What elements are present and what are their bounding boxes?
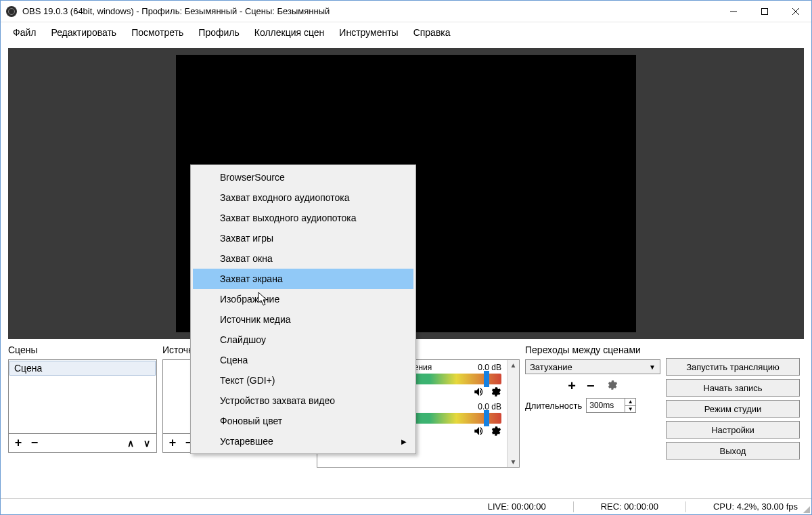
studio-mode-button[interactable]: Режим студии [666,400,800,418]
maximize-button[interactable] [749,1,780,22]
scenes-toolbar: + − ∧ ∨ [9,433,156,452]
menu-edit[interactable]: Редактировать [44,24,123,41]
minimize-button[interactable] [718,1,749,22]
transitions-panel: Переходы между сценами Затухание ▼ + − Д… [525,344,660,413]
obs-logo-icon [6,6,17,17]
mixer-scrollbar[interactable]: ▲ ▼ [507,360,519,467]
start-streaming-button[interactable]: Запустить трансляцию [666,358,800,376]
add-transition-button[interactable]: + [568,378,576,394]
status-separator [685,501,686,512]
title-bar: OBS 19.0.3 (64bit, windows) - Профиль: Б… [1,1,811,22]
transition-selected: Затухание [530,362,572,372]
menu-profile[interactable]: Профиль [191,24,246,41]
context-item-window-capture[interactable]: Захват окна [193,248,413,269]
svg-rect-1 [762,8,768,14]
mixer-channel-db: 0.0 dB [478,363,501,372]
context-item-color-source[interactable]: Фоновый цвет [193,411,413,431]
close-button[interactable] [780,1,811,22]
speaker-icon[interactable] [473,425,485,437]
context-item-game-capture[interactable]: Захват игры [193,228,413,248]
menu-tools[interactable]: Инструменты [332,24,405,41]
scenes-panel: Сцены Сцена + − ∧ ∨ [8,344,157,453]
mixer-channel-db: 0.0 dB [478,402,501,411]
resize-grip[interactable] [802,505,810,513]
window-controls [718,1,811,22]
scenes-list[interactable]: Сцена + − ∧ ∨ [8,359,157,453]
duration-spinner[interactable]: 300ms ▲ ▼ [586,398,636,413]
settings-button[interactable]: Настройки [666,421,800,439]
spin-down-icon[interactable]: ▼ [625,406,635,413]
move-scene-down-button[interactable]: ∨ [140,436,154,450]
menu-file[interactable]: Файл [6,24,43,41]
controls-panel: Запустить трансляцию Начать запись Режим… [666,344,800,463]
status-cpu: CPU: 4.2%, 30.00 fps [713,501,798,512]
status-live: LIVE: 00:00:00 [488,501,546,512]
transition-select[interactable]: Затухание ▼ [525,359,660,374]
add-source-context-menu: BrowserSource Захват входного аудиопоток… [190,164,416,454]
duration-label: Длительность [525,401,582,411]
window-title: OBS 19.0.3 (64bit, windows) - Профиль: Б… [22,6,718,16]
mouse-cursor-icon [258,292,269,309]
menu-bar: Файл Редактировать Посмотреть Профиль Ко… [1,22,811,43]
duration-value: 300ms [587,399,625,412]
exit-button[interactable]: Выход [666,442,800,460]
context-item-scene[interactable]: Сцена [193,350,413,370]
move-scene-up-button[interactable]: ∧ [124,436,137,450]
transitions-label: Переходы между сценами [525,344,660,357]
submenu-arrow-icon: ▶ [401,438,407,445]
context-item-label: Устаревшее [220,436,273,447]
speaker-icon[interactable] [473,386,485,398]
add-source-button[interactable]: + [166,436,179,450]
context-item-video-capture[interactable]: Устройство захвата видео [193,390,413,411]
context-item-image[interactable]: Изображение [193,289,413,309]
dropdown-icon: ▼ [649,363,656,371]
mixer-settings-button[interactable] [489,425,501,437]
add-scene-button[interactable]: + [12,436,25,450]
scenes-label: Сцены [8,344,157,357]
scene-item[interactable]: Сцена [9,361,156,376]
status-separator [573,501,574,512]
transition-settings-button[interactable] [606,379,618,393]
context-item-display-capture[interactable]: Захват экрана [193,269,413,289]
menu-help[interactable]: Справка [407,24,457,41]
status-rec: REC: 00:00:00 [601,501,658,512]
spin-up-icon[interactable]: ▲ [625,399,635,406]
start-recording-button[interactable]: Начать запись [666,379,800,397]
context-item-text-gdi[interactable]: Текст (GDI+) [193,370,413,390]
menu-scene-collection[interactable]: Коллекция сцен [248,24,332,41]
remove-scene-button[interactable]: − [28,436,41,450]
context-item-deprecated[interactable]: Устаревшее ▶ [193,431,413,451]
scroll-down-icon[interactable]: ▼ [510,458,517,466]
context-item-browsersource[interactable]: BrowserSource [193,167,413,187]
mixer-settings-button[interactable] [489,386,501,398]
context-item-audio-input[interactable]: Захват входного аудиопотока [193,187,413,208]
context-item-media-source[interactable]: Источник медиа [193,309,413,330]
scroll-up-icon[interactable]: ▲ [510,361,517,369]
remove-transition-button[interactable]: − [587,378,595,394]
menu-view[interactable]: Посмотреть [125,24,190,41]
context-item-slideshow[interactable]: Слайдшоу [193,330,413,350]
context-item-audio-output[interactable]: Захват выходного аудиопотока [193,208,413,228]
status-bar: LIVE: 00:00:00 REC: 00:00:00 CPU: 4.2%, … [1,498,811,514]
